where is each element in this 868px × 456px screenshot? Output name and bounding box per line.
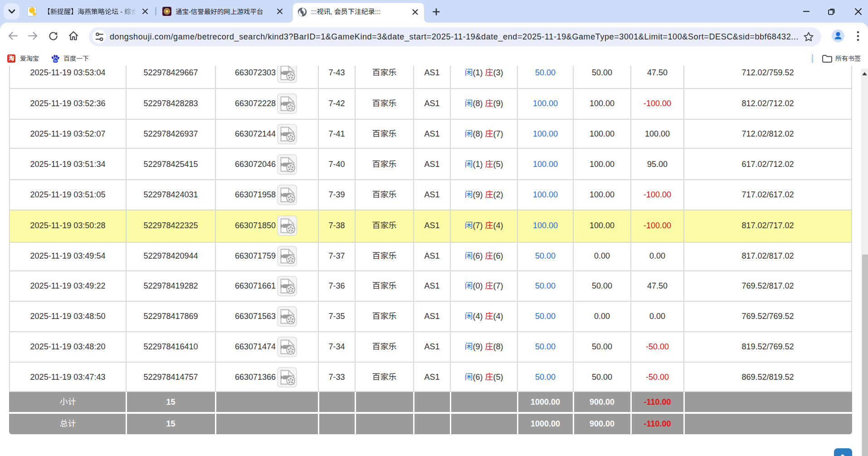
svg-text:du: du xyxy=(54,59,57,62)
